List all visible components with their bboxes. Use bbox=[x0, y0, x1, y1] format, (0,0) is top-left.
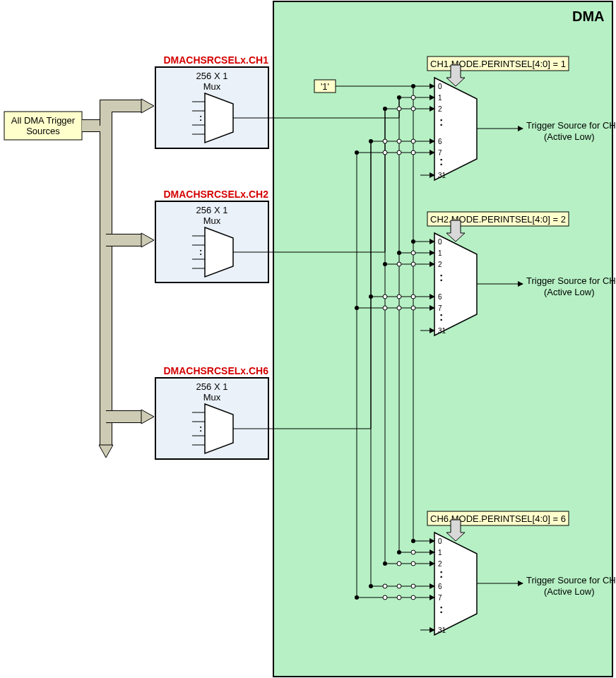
trigger-sources-l2: Sources bbox=[26, 126, 60, 136]
svg-point-110 bbox=[411, 595, 415, 600]
svg-point-46 bbox=[383, 150, 387, 155]
mux1-kind: Mux bbox=[203, 81, 221, 92]
svg-text:1: 1 bbox=[438, 249, 442, 257]
svg-point-78 bbox=[397, 306, 401, 310]
svg-point-49 bbox=[411, 139, 415, 143]
svg-text:2: 2 bbox=[438, 261, 442, 268]
out6-l2: (Active Low) bbox=[544, 586, 595, 597]
svg-point-48 bbox=[411, 107, 415, 111]
svg-text:1: 1 bbox=[438, 94, 442, 102]
svg-point-50 bbox=[411, 150, 415, 155]
svg-text:7: 7 bbox=[438, 594, 442, 602]
svg-point-79 bbox=[383, 295, 387, 299]
svg-text:31: 31 bbox=[438, 327, 446, 335]
svg-point-108 bbox=[397, 595, 401, 600]
svg-text:31: 31 bbox=[438, 172, 446, 179]
svg-point-30 bbox=[383, 107, 387, 111]
svg-point-84 bbox=[411, 539, 415, 543]
svg-point-45 bbox=[383, 139, 387, 143]
svg-point-73 bbox=[411, 262, 415, 266]
dma-title: DMA bbox=[572, 8, 605, 24]
svg-text:2: 2 bbox=[438, 105, 442, 113]
svg-point-106 bbox=[383, 595, 387, 600]
svg-point-72 bbox=[411, 251, 415, 255]
svg-point-103 bbox=[411, 561, 415, 566]
svg-text::: : bbox=[439, 155, 443, 167]
svg-text:6: 6 bbox=[438, 583, 442, 590]
out2-l1: Trigger Source for CH2 bbox=[526, 275, 616, 286]
mux6-kind: Mux bbox=[203, 392, 221, 403]
mux2-kind: Mux bbox=[203, 215, 221, 226]
svg-point-47 bbox=[411, 95, 415, 100]
svg-text::: : bbox=[439, 311, 443, 323]
mux6-size: 256 X 1 bbox=[196, 381, 228, 392]
svg-point-102 bbox=[411, 550, 415, 554]
mux-block-ch2: DMACHSRCSELx.CH2 256 X 1 Mux bbox=[155, 189, 268, 282]
svg-point-24 bbox=[411, 84, 415, 88]
svg-point-90 bbox=[383, 561, 387, 566]
svg-point-37 bbox=[355, 150, 359, 155]
svg-text:6: 6 bbox=[438, 138, 442, 145]
source-bus bbox=[82, 99, 154, 458]
svg-text:0: 0 bbox=[438, 537, 442, 545]
mux2-title: DMACHSRCSELx.CH2 bbox=[163, 189, 268, 200]
svg-point-75 bbox=[411, 306, 415, 310]
mux6-title: DMACHSRCSELx.CH6 bbox=[163, 365, 268, 376]
svg-text::: : bbox=[439, 116, 443, 128]
mux1-size: 256 X 1 bbox=[196, 71, 228, 81]
svg-text:0: 0 bbox=[438, 238, 442, 246]
mux-block-ch1: DMACHSRCSELx.CH1 256 X 1 Mux bbox=[155, 54, 268, 148]
out6-l1: Trigger Source for CH6 bbox=[526, 575, 616, 585]
mux-block-ch6: DMACHSRCSELx.CH6 256 X 1 Mux bbox=[155, 365, 268, 459]
svg-text:1: 1 bbox=[438, 549, 442, 557]
svg-text::: : bbox=[439, 271, 443, 283]
svg-point-74 bbox=[411, 295, 415, 299]
svg-point-107 bbox=[397, 584, 401, 588]
svg-point-104 bbox=[397, 561, 401, 566]
mux2-size: 256 X 1 bbox=[196, 205, 228, 215]
svg-text::: : bbox=[439, 568, 443, 580]
svg-point-64 bbox=[369, 295, 373, 299]
svg-point-87 bbox=[397, 550, 401, 554]
out2-l2: (Active Low) bbox=[544, 287, 595, 297]
svg-point-67 bbox=[355, 306, 359, 310]
svg-point-43 bbox=[397, 139, 401, 143]
svg-text::: : bbox=[439, 603, 443, 615]
svg-point-27 bbox=[397, 95, 401, 100]
svg-point-34 bbox=[369, 139, 373, 143]
out1-l1: Trigger Source for CH1 bbox=[526, 120, 616, 131]
svg-point-97 bbox=[355, 595, 359, 600]
svg-point-42 bbox=[397, 107, 401, 111]
svg-point-77 bbox=[397, 295, 401, 299]
svg-point-94 bbox=[369, 584, 373, 588]
svg-point-76 bbox=[397, 262, 401, 266]
svg-point-44 bbox=[397, 150, 401, 155]
svg-text:2: 2 bbox=[438, 560, 442, 568]
svg-point-57 bbox=[397, 251, 401, 255]
const-one-label: '1' bbox=[321, 81, 329, 92]
svg-point-60 bbox=[383, 262, 387, 266]
svg-text:6: 6 bbox=[438, 293, 442, 301]
svg-point-80 bbox=[383, 306, 387, 310]
mux1-title: DMACHSRCSELx.CH1 bbox=[163, 54, 268, 66]
trigger-sources-l1: All DMA Trigger bbox=[11, 115, 76, 126]
svg-point-109 bbox=[411, 584, 415, 588]
svg-point-105 bbox=[383, 584, 387, 588]
svg-text:0: 0 bbox=[438, 83, 442, 90]
svg-text:31: 31 bbox=[438, 626, 446, 634]
svg-point-54 bbox=[411, 239, 415, 244]
out1-l2: (Active Low) bbox=[544, 131, 595, 142]
